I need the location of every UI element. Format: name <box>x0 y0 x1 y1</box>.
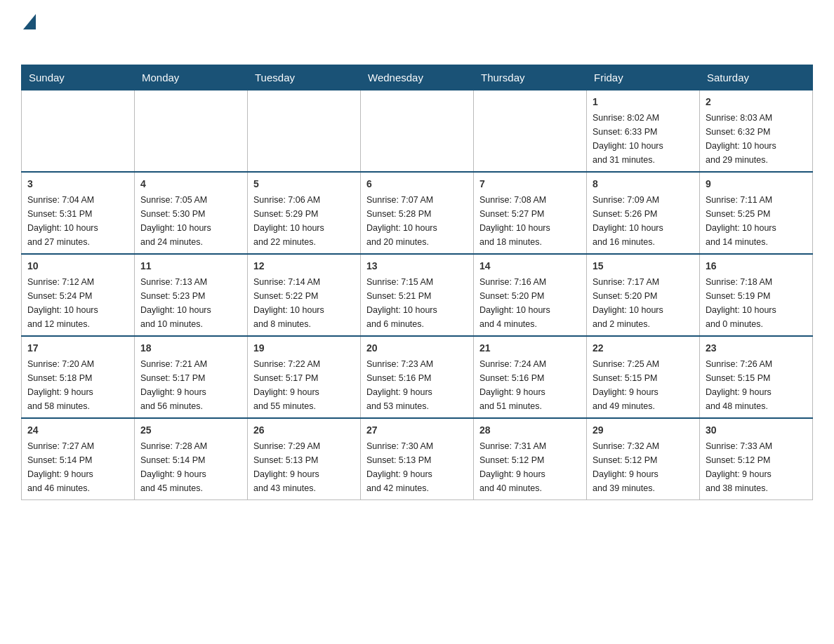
calendar-cell <box>361 90 474 172</box>
day-info: Sunrise: 7:12 AM Sunset: 5:24 PM Dayligh… <box>27 275 128 331</box>
calendar-cell: 13Sunrise: 7:15 AM Sunset: 5:21 PM Dayli… <box>361 254 474 336</box>
calendar-cell: 24Sunrise: 7:27 AM Sunset: 5:14 PM Dayli… <box>22 418 135 500</box>
calendar-table: SundayMondayTuesdayWednesdayThursdayFrid… <box>21 65 813 500</box>
page-header <box>21 14 813 51</box>
day-info: Sunrise: 7:16 AM Sunset: 5:20 PM Dayligh… <box>479 275 581 331</box>
day-number: 1 <box>593 95 694 109</box>
day-info: Sunrise: 7:29 AM Sunset: 5:13 PM Dayligh… <box>253 439 355 495</box>
day-number: 29 <box>593 423 694 438</box>
day-number: 13 <box>366 259 468 274</box>
calendar-week-row: 17Sunrise: 7:20 AM Sunset: 5:18 PM Dayli… <box>22 336 813 418</box>
calendar-cell: 30Sunrise: 7:33 AM Sunset: 5:12 PM Dayli… <box>700 418 813 500</box>
day-number: 19 <box>253 341 355 356</box>
day-number: 16 <box>706 259 807 274</box>
weekday-header-tuesday: Tuesday <box>248 65 361 90</box>
calendar-cell <box>22 90 135 172</box>
day-info: Sunrise: 7:21 AM Sunset: 5:17 PM Dayligh… <box>140 357 241 413</box>
day-info: Sunrise: 7:17 AM Sunset: 5:20 PM Dayligh… <box>593 275 694 331</box>
weekday-header-saturday: Saturday <box>700 65 813 90</box>
day-info: Sunrise: 7:06 AM Sunset: 5:29 PM Dayligh… <box>253 193 355 249</box>
calendar-header-row: SundayMondayTuesdayWednesdayThursdayFrid… <box>22 65 813 90</box>
day-number: 7 <box>479 177 581 192</box>
day-info: Sunrise: 7:05 AM Sunset: 5:30 PM Dayligh… <box>140 193 241 249</box>
day-info: Sunrise: 7:07 AM Sunset: 5:28 PM Dayligh… <box>366 193 468 249</box>
day-number: 28 <box>479 423 581 438</box>
day-number: 27 <box>366 423 468 438</box>
calendar-cell: 25Sunrise: 7:28 AM Sunset: 5:14 PM Dayli… <box>135 418 248 500</box>
day-number: 14 <box>479 259 581 274</box>
day-number: 25 <box>140 423 241 438</box>
calendar-cell: 20Sunrise: 7:23 AM Sunset: 5:16 PM Dayli… <box>361 336 474 418</box>
day-number: 26 <box>253 423 355 438</box>
day-info: Sunrise: 7:11 AM Sunset: 5:25 PM Dayligh… <box>706 193 807 249</box>
calendar-cell <box>474 90 587 172</box>
day-number: 22 <box>593 341 694 356</box>
day-number: 12 <box>253 259 355 274</box>
day-number: 8 <box>593 177 694 192</box>
day-info: Sunrise: 7:33 AM Sunset: 5:12 PM Dayligh… <box>706 439 807 495</box>
calendar-cell: 5Sunrise: 7:06 AM Sunset: 5:29 PM Daylig… <box>248 172 361 254</box>
calendar-cell: 21Sunrise: 7:24 AM Sunset: 5:16 PM Dayli… <box>474 336 587 418</box>
calendar-cell: 7Sunrise: 7:08 AM Sunset: 5:27 PM Daylig… <box>474 172 587 254</box>
day-info: Sunrise: 7:04 AM Sunset: 5:31 PM Dayligh… <box>27 193 128 249</box>
day-number: 11 <box>140 259 241 274</box>
calendar-week-row: 24Sunrise: 7:27 AM Sunset: 5:14 PM Dayli… <box>22 418 813 500</box>
calendar-cell: 8Sunrise: 7:09 AM Sunset: 5:26 PM Daylig… <box>587 172 700 254</box>
day-info: Sunrise: 7:20 AM Sunset: 5:18 PM Dayligh… <box>27 357 128 413</box>
logo-triangle-icon <box>23 14 36 32</box>
calendar-cell: 26Sunrise: 7:29 AM Sunset: 5:13 PM Dayli… <box>248 418 361 500</box>
weekday-header-thursday: Thursday <box>474 65 587 90</box>
calendar-cell: 18Sunrise: 7:21 AM Sunset: 5:17 PM Dayli… <box>135 336 248 418</box>
calendar-cell: 10Sunrise: 7:12 AM Sunset: 5:24 PM Dayli… <box>22 254 135 336</box>
calendar-cell: 27Sunrise: 7:30 AM Sunset: 5:13 PM Dayli… <box>361 418 474 500</box>
calendar-cell <box>248 90 361 172</box>
day-number: 9 <box>706 177 807 192</box>
day-info: Sunrise: 7:14 AM Sunset: 5:22 PM Dayligh… <box>253 275 355 331</box>
day-info: Sunrise: 7:23 AM Sunset: 5:16 PM Dayligh… <box>366 357 468 413</box>
calendar-cell: 4Sunrise: 7:05 AM Sunset: 5:30 PM Daylig… <box>135 172 248 254</box>
day-info: Sunrise: 7:31 AM Sunset: 5:12 PM Dayligh… <box>479 439 581 495</box>
day-info: Sunrise: 7:13 AM Sunset: 5:23 PM Dayligh… <box>140 275 241 331</box>
calendar-cell: 19Sunrise: 7:22 AM Sunset: 5:17 PM Dayli… <box>248 336 361 418</box>
day-number: 23 <box>706 341 807 356</box>
day-number: 18 <box>140 341 241 356</box>
day-info: Sunrise: 7:22 AM Sunset: 5:17 PM Dayligh… <box>253 357 355 413</box>
calendar-cell: 1Sunrise: 8:02 AM Sunset: 6:33 PM Daylig… <box>587 90 700 172</box>
svg-marker-0 <box>23 14 36 29</box>
day-info: Sunrise: 7:25 AM Sunset: 5:15 PM Dayligh… <box>593 357 694 413</box>
calendar-cell: 16Sunrise: 7:18 AM Sunset: 5:19 PM Dayli… <box>700 254 813 336</box>
day-number: 6 <box>366 177 468 192</box>
day-number: 3 <box>27 177 128 192</box>
day-info: Sunrise: 7:32 AM Sunset: 5:12 PM Dayligh… <box>593 439 694 495</box>
day-number: 20 <box>366 341 468 356</box>
calendar-cell: 22Sunrise: 7:25 AM Sunset: 5:15 PM Dayli… <box>587 336 700 418</box>
day-number: 15 <box>593 259 694 274</box>
weekday-header-monday: Monday <box>135 65 248 90</box>
day-info: Sunrise: 7:26 AM Sunset: 5:15 PM Dayligh… <box>706 357 807 413</box>
day-info: Sunrise: 7:30 AM Sunset: 5:13 PM Dayligh… <box>366 439 468 495</box>
day-info: Sunrise: 7:28 AM Sunset: 5:14 PM Dayligh… <box>140 439 241 495</box>
calendar-cell: 28Sunrise: 7:31 AM Sunset: 5:12 PM Dayli… <box>474 418 587 500</box>
day-number: 2 <box>706 95 807 109</box>
calendar-cell: 17Sunrise: 7:20 AM Sunset: 5:18 PM Dayli… <box>22 336 135 418</box>
day-number: 10 <box>27 259 128 274</box>
weekday-header-wednesday: Wednesday <box>361 65 474 90</box>
calendar-cell: 2Sunrise: 8:03 AM Sunset: 6:32 PM Daylig… <box>700 90 813 172</box>
calendar-cell: 29Sunrise: 7:32 AM Sunset: 5:12 PM Dayli… <box>587 418 700 500</box>
day-info: Sunrise: 7:27 AM Sunset: 5:14 PM Dayligh… <box>27 439 128 495</box>
calendar-cell: 9Sunrise: 7:11 AM Sunset: 5:25 PM Daylig… <box>700 172 813 254</box>
day-number: 24 <box>27 423 128 438</box>
day-info: Sunrise: 7:09 AM Sunset: 5:26 PM Dayligh… <box>593 193 694 249</box>
calendar-cell <box>135 90 248 172</box>
calendar-week-row: 3Sunrise: 7:04 AM Sunset: 5:31 PM Daylig… <box>22 172 813 254</box>
logo <box>21 14 37 51</box>
calendar-cell: 3Sunrise: 7:04 AM Sunset: 5:31 PM Daylig… <box>22 172 135 254</box>
day-info: Sunrise: 7:15 AM Sunset: 5:21 PM Dayligh… <box>366 275 468 331</box>
day-info: Sunrise: 7:08 AM Sunset: 5:27 PM Dayligh… <box>479 193 581 249</box>
weekday-header-sunday: Sunday <box>22 65 135 90</box>
weekday-header-friday: Friday <box>587 65 700 90</box>
calendar-cell: 15Sunrise: 7:17 AM Sunset: 5:20 PM Dayli… <box>587 254 700 336</box>
day-number: 4 <box>140 177 241 192</box>
day-number: 5 <box>253 177 355 192</box>
day-info: Sunrise: 8:02 AM Sunset: 6:33 PM Dayligh… <box>593 111 694 167</box>
